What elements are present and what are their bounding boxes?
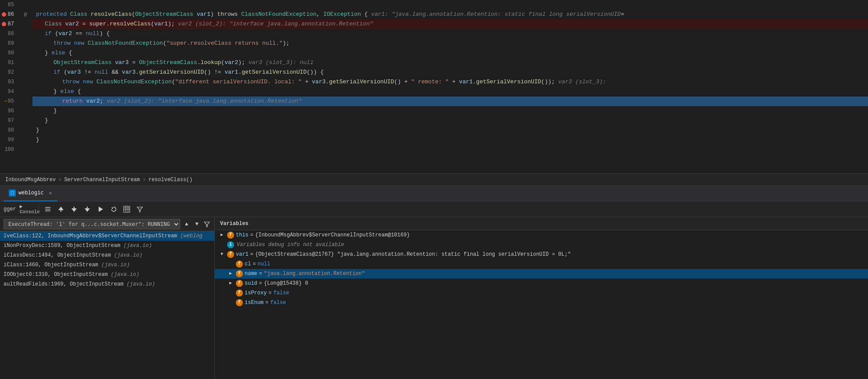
- var-item-7[interactable]: fisEnum=false: [215, 298, 868, 307]
- line-number-86: 86: [0, 10, 18, 19]
- code-line-98[interactable]: }: [32, 125, 868, 135]
- breadcrumb-item-1[interactable]: ServerChannelInputStream: [64, 177, 140, 183]
- token-op: .: [197, 59, 201, 66]
- token-kw: null: [95, 69, 108, 75]
- breadcrumb-item-0[interactable]: InboundMsgAbbrev: [5, 177, 56, 183]
- token-kw: else: [60, 88, 74, 95]
- expand-icon-4[interactable]: ▶: [227, 270, 234, 277]
- code-line-93[interactable]: throw new ClassNotFoundException("differ…: [32, 77, 868, 87]
- gutter-icon-90: [22, 48, 29, 58]
- code-line-99[interactable]: }: [32, 135, 868, 145]
- token-op: = super.: [79, 21, 110, 27]
- code-line-94[interactable]: } else {: [32, 87, 868, 97]
- token-annotation: var3 (slot_3):: [558, 79, 606, 85]
- token-annotation: var2 (slot_2): "interface java.lang.anno…: [178, 21, 373, 27]
- stack-item-5[interactable]: aultReadFields:1969, ObjectInputStream (…: [0, 279, 214, 289]
- filter-btn[interactable]: [134, 203, 146, 215]
- stack-item-0[interactable]: lveClass:122, InboundMsgAbbrev$ServerCha…: [0, 231, 214, 241]
- token-op: =: [129, 59, 139, 66]
- token-var: var1: [224, 69, 238, 75]
- token-op: [193, 11, 197, 18]
- thread-up-btn[interactable]: ▲: [183, 219, 190, 229]
- step-over-btn[interactable]: [81, 203, 93, 215]
- code-line-86[interactable]: protected Class resolveClass(ObjectStrea…: [32, 10, 868, 19]
- thread-down-btn[interactable]: ▼: [193, 219, 200, 229]
- expand-icon-0[interactable]: ▶: [218, 232, 225, 239]
- code-line-85[interactable]: [32, 0, 868, 10]
- code-line-95[interactable]: return var2; var2 (slot_2): "interface j…: [32, 97, 868, 106]
- gutter-icon-96: [22, 106, 29, 116]
- resume-icon: [97, 206, 104, 213]
- step-out-btn[interactable]: [55, 203, 67, 215]
- expand-icon-5[interactable]: ▶: [227, 280, 234, 287]
- stack-item-1[interactable]: iNonProxyDesc:1589, ObjectInputStream (j…: [0, 241, 214, 250]
- line-number-85: 85: [0, 0, 18, 10]
- reset-btn[interactable]: [107, 203, 120, 215]
- close-icon[interactable]: ✕: [49, 190, 52, 197]
- thread-filter-btn[interactable]: [203, 219, 211, 229]
- code-line-91[interactable]: ObjectStreamClass var3 = ObjectStreamCla…: [32, 58, 868, 68]
- svg-rect-8: [87, 207, 88, 208]
- code-line-92[interactable]: if (var3 != null && var3.getSerialVersio…: [32, 68, 868, 77]
- var-item-6[interactable]: fisProxy=false: [215, 288, 868, 298]
- gutter-icon-99: [22, 135, 29, 145]
- list-icon-btn[interactable]: [42, 203, 54, 215]
- breakpoint-dot-87[interactable]: [2, 22, 6, 26]
- breakpoint-dot-86[interactable]: [2, 12, 6, 17]
- var-item-2[interactable]: ▼fvar1={ObjectStreamClass@21767} "java.l…: [215, 250, 868, 259]
- stack-item-4[interactable]: IOObject0:1310, ObjectInputStream (java.…: [0, 270, 214, 279]
- stack-item-2[interactable]: iClassDesc:1494, ObjectInputStream (java…: [0, 250, 214, 260]
- token-op: ==: [72, 30, 85, 37]
- code-content: protected Class resolveClass(ObjectStrea…: [32, 0, 868, 173]
- token-str: " remote: ": [411, 79, 449, 85]
- token-type: Class: [70, 11, 87, 18]
- token-op: (: [151, 21, 154, 27]
- breadcrumb-item-2[interactable]: resolveClass(): [148, 177, 192, 183]
- debug-tab-weblogic[interactable]: ⬡ weblogic ✕: [4, 186, 57, 201]
- step-into-btn[interactable]: [68, 203, 80, 215]
- stack-item-3[interactable]: iClass:1460, ObjectInputStream (java.io): [0, 260, 214, 270]
- token-str: "different serialVersionUID. local: ": [175, 79, 302, 85]
- resume-btn[interactable]: [94, 203, 107, 215]
- console-button[interactable]: ▶ Console: [24, 203, 36, 215]
- code-line-88[interactable]: if (var2 == null) {: [32, 29, 868, 39]
- line-numbers: 85868788899091929394→9596979899100: [0, 0, 22, 173]
- code-line-87[interactable]: Class var2 = super.resolveClass(var1); v…: [32, 19, 868, 29]
- thread-dropdown[interactable]: ExecuteThread: '1' for q...c.socket.Muxe…: [4, 219, 180, 229]
- var-item-5[interactable]: ▶fsuid={Long@15438} 0: [215, 279, 868, 288]
- gutter-icon-98: [22, 125, 29, 135]
- var-item-4[interactable]: ▶fname="java.lang.annotation.Retention": [215, 269, 868, 279]
- var-eq-7: =: [265, 298, 268, 307]
- variables-list: ▶fthis={InboundMsgAbbrev$ServerChannelIn…: [215, 230, 868, 379]
- token-var: var1: [197, 11, 210, 18]
- expand-icon-2[interactable]: ▼: [218, 251, 225, 258]
- var-item-1[interactable]: iVariables debug info not available: [215, 240, 868, 250]
- svg-marker-16: [204, 222, 210, 227]
- token-var: var3: [122, 69, 135, 75]
- token-var: var2: [224, 59, 238, 66]
- token-op: }: [53, 88, 60, 95]
- token-op: ) {: [100, 30, 110, 37]
- table-view-btn[interactable]: [121, 203, 133, 215]
- token-op: (: [163, 40, 167, 46]
- code-line-96[interactable]: }: [32, 106, 868, 116]
- code-line-97[interactable]: }: [32, 116, 868, 125]
- code-line-100[interactable]: [32, 145, 868, 154]
- table-icon: [123, 206, 130, 213]
- token-op: () +: [394, 79, 411, 85]
- var-item-3[interactable]: fcl=null: [215, 259, 868, 269]
- var-item-0[interactable]: ▶fthis={InboundMsgAbbrev$ServerChannelIn…: [215, 230, 868, 240]
- line-number-93: 93: [0, 77, 18, 87]
- stack-frame-text: IOObject0:1310, ObjectInputStream: [4, 272, 111, 278]
- line-number-94: 94: [0, 87, 18, 97]
- token-op: [93, 79, 96, 85]
- gutter: @: [22, 0, 32, 173]
- var-icon-0: f: [227, 232, 234, 239]
- step-out-icon: [57, 206, 64, 213]
- expand-icon-1: [218, 241, 225, 248]
- code-line-89[interactable]: throw new ClassNotFoundException("super.…: [32, 39, 868, 48]
- code-line-90[interactable]: } else {: [32, 48, 868, 58]
- token-fn: getSerialVersionUID: [476, 79, 541, 85]
- token-str: "super.resolveClass returns null.": [167, 40, 283, 46]
- token-op: (: [60, 69, 68, 75]
